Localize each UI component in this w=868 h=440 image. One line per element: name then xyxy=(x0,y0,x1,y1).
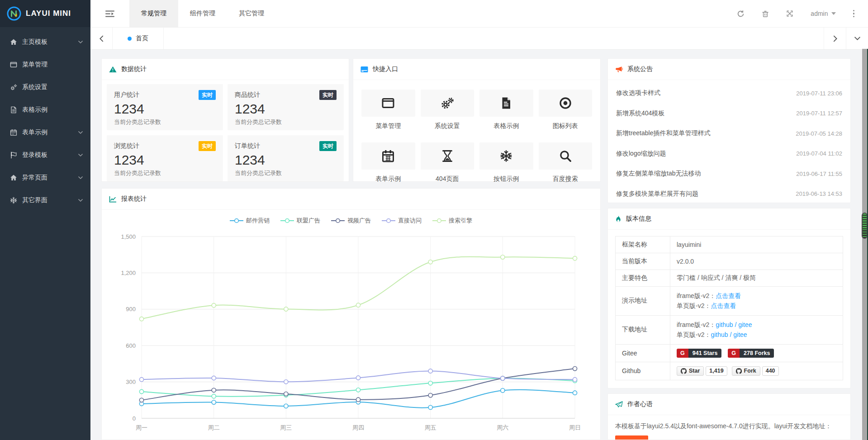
card-announcements-header: 系统公告 xyxy=(608,59,850,80)
version-row-label: 下载地址 xyxy=(616,315,670,344)
quick-entry-icons[interactable]: 图标列表 xyxy=(539,90,593,130)
app-title: LAYUI MINI xyxy=(26,9,71,18)
quick-entry-settings[interactable]: 系统设置 xyxy=(421,90,474,130)
topbar-actions: admin xyxy=(737,0,868,27)
sidebar-item-label: 登录模板 xyxy=(22,151,78,159)
tab-scroll-left-button[interactable] xyxy=(90,28,113,49)
github-fork-button[interactable]: Fork440 xyxy=(732,366,779,376)
sidebar-item-label: 其它界面 xyxy=(22,196,78,204)
svg-text:周四: 周四 xyxy=(352,424,364,431)
quick-entry-baidu[interactable]: 百度搜索 xyxy=(539,142,593,183)
sidebar-item-login[interactable]: 登录模板 xyxy=(0,144,90,166)
legend-item[interactable]: 直接访问 xyxy=(382,217,422,225)
link-点击查看[interactable]: 点击查看 xyxy=(711,302,736,309)
tab-scroll-right-button[interactable] xyxy=(824,28,846,49)
github-button-label: Fork xyxy=(744,368,756,374)
active-tab-dot xyxy=(128,37,132,41)
fullscreen-button[interactable] xyxy=(786,10,793,17)
sidebar-item-menu[interactable]: 菜单管理 xyxy=(0,53,90,76)
svg-text:周一: 周一 xyxy=(136,424,147,431)
sidebar-item-label: 表格示例 xyxy=(22,106,83,114)
module-tab[interactable]: 其它管理 xyxy=(227,0,276,27)
announcement-date: 2019-07-04 11:02 xyxy=(796,150,842,157)
announcement-date: 2019-07-11 12:57 xyxy=(796,110,842,117)
quick-entry-menu[interactable]: 菜单管理 xyxy=(361,90,415,130)
quick-entry-form[interactable]: 表单示例 xyxy=(361,142,415,183)
sidebar-item-home[interactable]: 主页模板 xyxy=(0,31,90,53)
link-prefix: iframe版-v2： xyxy=(677,292,716,299)
stat-value: 1234 xyxy=(235,100,337,118)
svg-text:周日: 周日 xyxy=(569,424,581,431)
gitee-badge[interactable]: G278 Forks xyxy=(728,349,774,358)
card-title: 版本信息 xyxy=(626,215,651,223)
chevron-down-icon xyxy=(78,153,83,157)
sidebar-item-error[interactable]: 异常页面 xyxy=(0,166,90,189)
module-tab[interactable]: 常规管理 xyxy=(129,0,178,27)
refresh-button[interactable] xyxy=(737,10,745,18)
calendar-icon xyxy=(10,129,18,137)
quick-entry-grid: 菜单管理系统设置表格示例图标列表表单示例404页面按钮示例百度搜索 xyxy=(353,80,600,193)
sidebar-item-label: 表单示例 xyxy=(22,128,78,137)
status-badge: 实时 xyxy=(199,90,216,100)
module-tabs: 常规管理组件管理其它管理 xyxy=(129,0,276,27)
flag-icon xyxy=(10,151,18,159)
window-icon xyxy=(10,61,18,69)
legend-item[interactable]: 联盟广告 xyxy=(280,217,320,225)
legend-glyph xyxy=(382,218,395,223)
sidebar: LAYUI MINI 主页模板菜单管理系统设置表格示例表单示例登录模板异常页面其… xyxy=(0,0,90,440)
sidebar-item-label: 异常页面 xyxy=(22,174,78,182)
stats-grid: 用户统计实时1234当前分类总记录数商品统计实时1234当前分类总记录数浏览统计… xyxy=(102,80,349,185)
link-separator: / xyxy=(733,321,739,328)
github-octocat-icon xyxy=(681,368,687,374)
sidebar-item-form[interactable]: 表单示例 xyxy=(0,121,90,144)
link-github[interactable]: github xyxy=(711,331,728,338)
link-点击查看[interactable]: 点击查看 xyxy=(716,292,741,299)
version-row-value: 零门槛 / 响应式 / 清爽 / 极简 xyxy=(670,270,843,287)
refresh-icon xyxy=(737,10,745,18)
card-data-stats-header: 数据统计 xyxy=(102,59,349,80)
quick-entry-button[interactable]: 按钮示例 xyxy=(479,142,533,183)
tab-operations-button[interactable] xyxy=(846,28,868,49)
status-badge: 实时 xyxy=(319,141,337,151)
gitee-badge-label: 941 Stars xyxy=(688,349,722,358)
chart-plot-area: 03006009001,2001,500周一周二周三周四周五周六周日 xyxy=(102,225,600,440)
tab-home[interactable]: 首页 xyxy=(113,28,164,49)
announcement-text: 修复多模块菜单栏展开有问题 xyxy=(616,190,698,198)
user-menu[interactable]: admin xyxy=(811,10,835,17)
version-row-value: iframe版-v2：github / gitee单页版-v2：github /… xyxy=(670,315,843,344)
more-menu-button[interactable] xyxy=(853,10,855,18)
version-row-value: Star1,419Fork440 xyxy=(670,362,843,380)
clear-cache-button[interactable] xyxy=(762,10,769,18)
window-max-icon xyxy=(361,90,415,117)
chevron-left-icon xyxy=(99,35,104,43)
stat-title: 用户统计 xyxy=(114,91,139,99)
stat-desc: 当前分类总记录数 xyxy=(114,118,216,126)
file-icon xyxy=(10,106,18,114)
quick-entry-label: 404页面 xyxy=(421,175,474,183)
version-row: 框架名称layuimini xyxy=(616,237,843,253)
page-scrollbar-track[interactable] xyxy=(862,49,867,440)
link-gitee[interactable]: gitee xyxy=(738,321,752,328)
layui-doc-button[interactable]: layui文档 xyxy=(615,435,648,440)
github-star-button[interactable]: Star1,419 xyxy=(677,366,727,376)
sidebar-item-other[interactable]: 其它界面 xyxy=(0,189,90,212)
quick-entry-404[interactable]: 404页面 xyxy=(421,142,474,183)
link-gitee[interactable]: gitee xyxy=(733,331,747,338)
version-row: 演示地址iframe版-v2：点击查看单页版-v2：点击查看 xyxy=(616,287,843,316)
github-count[interactable]: 440 xyxy=(762,366,779,376)
sidebar-item-table[interactable]: 表格示例 xyxy=(0,99,90,121)
github-count[interactable]: 1,419 xyxy=(706,366,727,376)
announcement-text: 新增系统404模板 xyxy=(616,109,664,118)
sidebar-item-settings[interactable]: 系统设置 xyxy=(0,76,90,99)
sidebar-toggle-button[interactable] xyxy=(90,0,129,27)
quick-entry-table[interactable]: 表格示例 xyxy=(479,90,533,130)
legend-item[interactable]: 邮件营销 xyxy=(230,217,270,225)
gitee-badge[interactable]: G941 Stars xyxy=(677,349,721,358)
quick-entry-label: 按钮示例 xyxy=(479,175,533,183)
legend-item[interactable]: 搜索引擎 xyxy=(432,217,472,225)
gitee-icon: G xyxy=(677,349,688,358)
module-tab[interactable]: 组件管理 xyxy=(178,0,227,27)
link-github[interactable]: github xyxy=(716,321,733,328)
legend-glyph xyxy=(230,218,243,223)
legend-item[interactable]: 视频广告 xyxy=(331,217,371,225)
